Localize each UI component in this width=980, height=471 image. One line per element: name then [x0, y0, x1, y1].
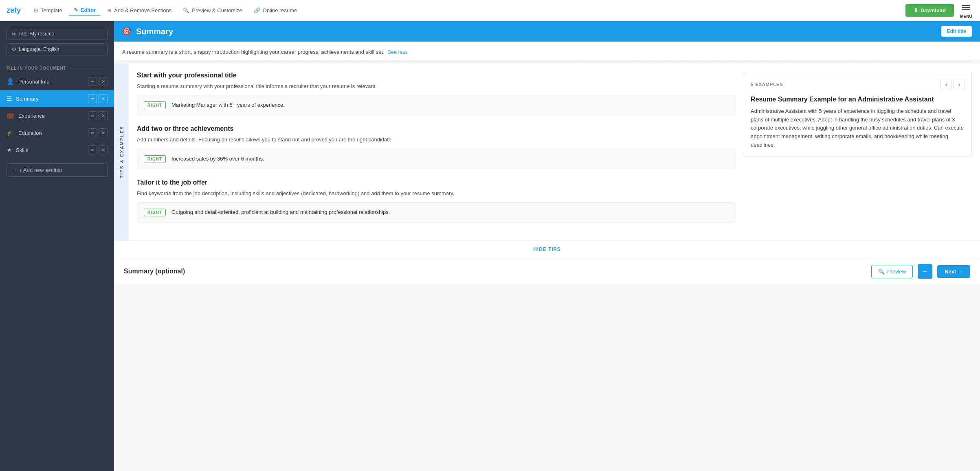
- pencil-icon: ✏: [12, 31, 16, 37]
- experience-icon: 💼: [7, 112, 14, 119]
- personal-info-label: Personal Info: [18, 79, 84, 85]
- edit-title-button[interactable]: Edit title: [941, 26, 972, 37]
- skills-delete-button[interactable]: ✕: [99, 145, 108, 154]
- nav-template[interactable]: ⊞ Template: [29, 5, 67, 16]
- nav-add-remove-label: Add & Remove Sections: [114, 7, 171, 13]
- personal-info-icon: 👤: [7, 78, 14, 85]
- nav-editor[interactable]: ✎ Editor: [69, 4, 101, 16]
- preview-button[interactable]: 🔍 Preview: [871, 265, 913, 278]
- tip-3-badge: RIGHT: [144, 209, 166, 216]
- nav-preview-label: Preview & Customize: [192, 7, 242, 13]
- plus-icon: +: [13, 167, 17, 173]
- next-button[interactable]: Next →: [937, 265, 970, 278]
- tip-1: Start with your professional title Start…: [137, 72, 736, 116]
- nav-template-label: Template: [41, 7, 62, 13]
- preview-icon: 🔍: [183, 7, 189, 13]
- top-nav: zety ⊞ Template ✎ Editor ⊕ Add & Remove …: [0, 0, 980, 21]
- sidebar-item-education[interactable]: 🎓 Education ✏ ✕: [0, 124, 114, 141]
- preview-btn-label: Preview: [887, 269, 906, 275]
- skills-icon: ★: [7, 146, 12, 154]
- summary-optional-label: Summary (optional): [124, 268, 866, 275]
- intro-area: A resume summary is a short, snappy intr…: [114, 42, 980, 60]
- logo: zety: [7, 6, 21, 15]
- preview-btn-icon: 🔍: [878, 269, 885, 275]
- sidebar-item-experience[interactable]: 💼 Experience ✏ ✕: [0, 107, 114, 124]
- summary-label: Summary: [16, 96, 84, 102]
- section-header-icon: 🎯: [122, 27, 131, 36]
- tips-content: Start with your professional title Start…: [129, 64, 744, 241]
- example-body: Administrative Assistant with 5 years of…: [751, 107, 965, 150]
- tips-sidebar-label: TIPS & EXAMPLES: [114, 64, 129, 241]
- experience-delete-button[interactable]: ✕: [99, 111, 108, 120]
- tip-1-badge: RIGHT: [144, 101, 166, 109]
- examples-panel: 5 EXAMPLES ‹ › Resume Summary Example fo…: [744, 72, 972, 156]
- tip-2-title: Add two or three achievements: [137, 125, 736, 132]
- sidebar: ✏ Title: My resume ⚙ Language: English F…: [0, 21, 114, 471]
- nav-items: ⊞ Template ✎ Editor ⊕ Add & Remove Secti…: [29, 4, 905, 16]
- nav-preview-customize[interactable]: 🔍 Preview & Customize: [178, 5, 247, 16]
- tips-and-examples: TIPS & EXAMPLES Start with your professi…: [114, 64, 980, 241]
- see-less-link[interactable]: See less: [387, 49, 408, 55]
- download-button[interactable]: ⬇ Download: [905, 4, 954, 17]
- skills-edit-button[interactable]: ✏: [88, 145, 97, 154]
- tip-3-title: Tailor it to the job offer: [137, 179, 736, 186]
- template-icon: ⊞: [34, 7, 38, 13]
- nav-editor-label: Editor: [81, 7, 96, 13]
- tip-2: Add two or three achievements Add number…: [137, 125, 736, 169]
- sidebar-top: ✏ Title: My resume ⚙ Language: English: [0, 21, 114, 62]
- tip-3: Tailor it to the job offer Find keywords…: [137, 179, 736, 223]
- summary-edit-button[interactable]: ✏: [88, 94, 97, 103]
- education-edit-button[interactable]: ✏: [88, 128, 97, 137]
- skills-label: Skills: [16, 147, 84, 153]
- education-delete-button[interactable]: ✕: [99, 128, 108, 137]
- tip-1-example: RIGHT Marketing Manager with 5+ years of…: [137, 95, 736, 115]
- education-icon: 🎓: [7, 129, 14, 136]
- language-button[interactable]: ⚙ Language: English: [7, 43, 108, 55]
- summary-actions: ✏ ✕: [88, 94, 108, 103]
- gear-icon: ⚙: [12, 46, 16, 52]
- add-section-label: + Add new section: [19, 167, 62, 173]
- tip-2-example-text: Increased sales by 36% over 6 months.: [171, 155, 264, 163]
- fill-label: FILL IN YOUR DOCUMENT: [0, 62, 114, 73]
- personal-info-edit-button[interactable]: ✏: [88, 77, 97, 86]
- tip-1-desc: Starting a resume summary with your prof…: [137, 82, 736, 90]
- nav-add-remove[interactable]: ⊕ Add & Remove Sections: [102, 5, 176, 16]
- intro-text: A resume summary is a short, snappy intr…: [122, 48, 972, 57]
- nav-online-resume[interactable]: 🔗 Online resume: [249, 5, 302, 16]
- section-header: 🎯 Summary Edit title: [114, 21, 980, 42]
- language-label: Language: English: [19, 46, 59, 52]
- examples-next-button[interactable]: ›: [954, 79, 965, 90]
- divider: [122, 62, 972, 62]
- sidebar-item-personal-info[interactable]: 👤 Personal Info ✏ ✕: [0, 73, 114, 90]
- education-actions: ✏ ✕: [88, 128, 108, 137]
- menu-button[interactable]: MENU: [959, 2, 973, 19]
- education-label: Education: [18, 130, 84, 136]
- summary-delete-button[interactable]: ✕: [99, 94, 108, 103]
- examples-nav: ‹ ›: [940, 79, 965, 90]
- download-label: Download: [921, 7, 946, 13]
- main-content: 🎯 Summary Edit title A resume summary is…: [114, 21, 980, 471]
- tip-2-badge: RIGHT: [144, 155, 166, 163]
- title-label: Title: My resume: [18, 31, 54, 37]
- sidebar-item-skills[interactable]: ★ Skills ✏ ✕: [0, 141, 114, 158]
- tip-2-desc: Add numbers and details. Focusing on res…: [137, 136, 736, 144]
- main-layout: ✏ Title: My resume ⚙ Language: English F…: [0, 21, 980, 471]
- tip-1-example-text: Marketing Manager with 5+ years of exper…: [171, 101, 285, 109]
- personal-info-delete-button[interactable]: ✕: [99, 77, 108, 86]
- experience-edit-button[interactable]: ✏: [88, 111, 97, 120]
- summary-icon: ☰: [7, 95, 12, 102]
- personal-info-actions: ✏ ✕: [88, 77, 108, 86]
- hide-tips-button[interactable]: HIDE TIPS: [114, 240, 980, 258]
- tip-1-title: Start with your professional title: [137, 72, 736, 79]
- title-button[interactable]: ✏ Title: My resume: [7, 28, 108, 40]
- tip-3-example-text: Outgoing and detail-oriented, proficient…: [171, 208, 390, 216]
- examples-header: 5 EXAMPLES ‹ ›: [751, 79, 965, 90]
- back-button[interactable]: ←: [918, 264, 932, 279]
- sidebar-item-summary[interactable]: ☰ Summary ✏ ✕: [0, 90, 114, 107]
- tip-3-desc: Find keywords from the job description, …: [137, 189, 736, 198]
- example-title: Resume Summary Example for an Administra…: [751, 96, 965, 103]
- edit-title-label: Edit title: [947, 29, 966, 34]
- add-section-button[interactable]: + + Add new section: [7, 163, 108, 177]
- back-icon: ←: [922, 268, 928, 275]
- examples-prev-button[interactable]: ‹: [940, 79, 952, 90]
